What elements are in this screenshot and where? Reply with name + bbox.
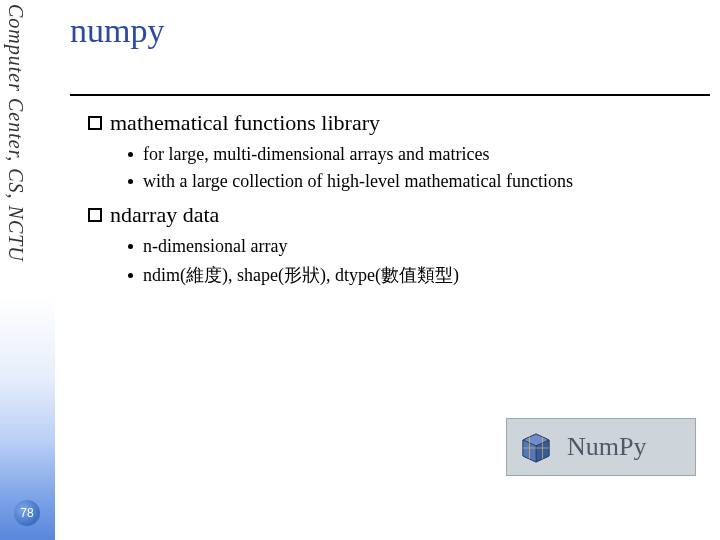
sub-list: n-dimensional array ndim(維度), shape(形狀),… [128, 236, 710, 287]
bullet-content: mathematical functions library for large… [70, 110, 710, 287]
list-item-text: n-dimensional array [143, 236, 287, 257]
square-bullet-icon [88, 116, 102, 130]
section-title-text: mathematical functions library [110, 110, 380, 136]
sidebar-org-label: Computer Center, CS, NCTU [4, 4, 27, 262]
dot-bullet-icon [128, 179, 133, 184]
page-number-badge: 78 [14, 500, 40, 526]
list-item: n-dimensional array [128, 236, 710, 257]
list-item: for large, multi-dimensional arrays and … [128, 144, 710, 165]
numpy-logo-text: NumPy [567, 432, 646, 462]
section-title-text: ndarray data [110, 202, 219, 228]
slide-title: numpy [70, 12, 710, 50]
section-heading: ndarray data [88, 202, 710, 228]
dot-bullet-icon [128, 273, 133, 278]
list-item-text: ndim(維度), shape(形狀), dtype(數值類型) [143, 263, 459, 287]
main-content: numpy mathematical functions library for… [70, 12, 710, 297]
sidebar: Computer Center, CS, NCTU 78 [0, 0, 55, 540]
numpy-cube-icon [515, 426, 557, 468]
list-item: ndim(維度), shape(形狀), dtype(數值類型) [128, 263, 710, 287]
sub-list: for large, multi-dimensional arrays and … [128, 144, 710, 192]
dot-bullet-icon [128, 152, 133, 157]
square-bullet-icon [88, 208, 102, 222]
section-heading: mathematical functions library [88, 110, 710, 136]
numpy-logo: NumPy [506, 418, 696, 476]
list-item-text: with a large collection of high-level ma… [143, 171, 573, 192]
title-rule [70, 94, 710, 96]
list-item-text: for large, multi-dimensional arrays and … [143, 144, 490, 165]
list-item: with a large collection of high-level ma… [128, 171, 710, 192]
dot-bullet-icon [128, 244, 133, 249]
